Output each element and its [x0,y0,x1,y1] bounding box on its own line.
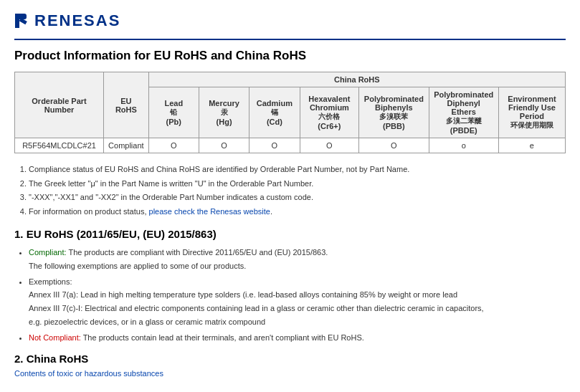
col-header-eu-rohs: EURoHS [104,72,149,138]
col-header-mercury: Mercury汞(Hg) [199,87,249,138]
note-item-1: Compliance status of EU RoHS and China R… [29,163,566,176]
not-compliant-label: Not Compliant: [29,333,81,342]
renesas-logo-icon [14,13,33,29]
col-header-cadmium: Cadmium镉(Cd) [249,87,300,138]
page-title: Product Information for EU RoHS and Chin… [14,49,566,63]
section1-bullet-not-compliant: Not Compliant: The products contain lead… [29,331,566,345]
compliant-text2: The following exemptions are applied to … [29,262,246,270]
col-header-hexavalent: HexavalentChromium六价格(Cr6+) [300,87,359,138]
exemption-line2: Annex III 7(c)-I: Electrical and electri… [29,304,484,312]
section1-bullet-compliant: Compliant: The products are compliant wi… [29,246,566,272]
cell-pbde: o [429,138,498,153]
renesas-website-link[interactable]: please check the Renesas website [149,207,270,216]
table-row: R5F564MLCDLC#21 Compliant O O O O O o e [15,138,566,153]
section1-bullet-exemptions: Exemptions: Annex III 7(a): Lead in high… [29,275,566,329]
compliant-label: Compliant: [29,248,67,257]
col-header-lead: Lead铅(Pb) [148,87,199,138]
section1-title: 1. EU RoHS (2011/65/EU, (EU) 2015/863) [14,228,566,240]
cell-lead: O [148,138,199,153]
exemption-line1: Annex III 7(a): Lead in high melting tem… [29,290,457,299]
rohs-table: Orderable PartNumber EURoHS China RoHS L… [14,72,566,153]
col-header-env: EnvironmentFriendly UsePeriod环保使用期限 [498,87,565,138]
cell-hexavalent: O [300,138,359,153]
cell-mercury: O [199,138,249,153]
section1-list: Compliant: The products are compliant wi… [29,246,566,344]
col-header-pbde: PolybrominatedDiphenylEthers多溴二苯醚(PBDE) [429,87,498,138]
notes-list: Compliance status of EU RoHS and China R… [29,163,566,218]
logo-text: RENESAS [34,11,120,30]
china-rohs-group-header: China RoHS [148,72,565,87]
cell-env: e [498,138,565,153]
exemption-line3: e.g. piezoelectric devices, or in a glas… [29,317,265,326]
note-item-3: "-XXX","-XX1" and "-XX2" in the Orderabl… [29,191,566,204]
compliant-text: The products are compliant with Directiv… [68,248,328,257]
note-item-2: The Greek letter "μ" in the Part Name is… [29,178,566,191]
cell-eu-rohs: Compliant [104,138,149,153]
col-header-part-number: Orderable PartNumber [15,72,104,138]
cell-pbb: O [359,138,429,153]
not-compliant-text: The products contain lead at their termi… [83,333,364,342]
exemptions-label: Exemptions: [29,277,72,286]
section2-title: 2. China RoHS [14,353,566,365]
logo-area: RENESAS [14,11,566,40]
cell-cadmium: O [249,138,300,153]
col-header-pbb: PolybrominatedBiphenyls多溴联苯(PBB) [359,87,429,138]
cell-part-number: R5F564MLCDLC#21 [15,138,104,153]
china-subtitle: Contents of toxic or hazardous substance… [14,369,566,378]
note-item-4: For information on product status, pleas… [29,206,566,219]
renesas-logo: RENESAS [14,11,566,33]
